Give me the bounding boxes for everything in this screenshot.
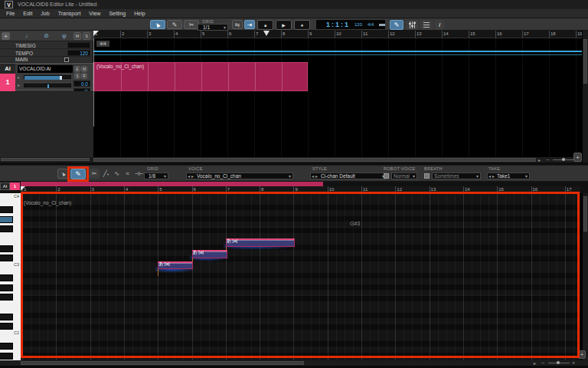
pr-vscroll[interactable] [582, 193, 588, 360]
zoom-slider-thumb[interactable] [562, 158, 565, 161]
piano-key-black[interactable] [0, 323, 13, 330]
piano-key-black[interactable] [0, 294, 13, 301]
next-arrow-icon[interactable]: ▸ [315, 173, 318, 179]
track-edit-button[interactable]: E [74, 66, 80, 72]
pr-pencil-tool-button[interactable]: ✎ [70, 169, 86, 179]
timeline-add-button[interactable]: + [573, 153, 582, 162]
breath-select[interactable]: Sometimes ▾ [432, 172, 481, 179]
pr-pointer-tool-button[interactable]: ▲ [57, 169, 68, 179]
main-checkbox[interactable] [64, 58, 69, 62]
scissors-tool-button[interactable]: ✂ [184, 20, 199, 29]
track-solo-button[interactable]: S [74, 73, 80, 79]
timeline-vscroll-thumb[interactable] [583, 39, 587, 84]
scroll-right-arrow-icon[interactable]: ▸ [534, 360, 536, 366]
timesig-value-box[interactable] [67, 42, 90, 48]
voice-select[interactable]: ◂▸ Vocalo_no_Ci_chan ▾ [186, 172, 293, 179]
timesig-tag[interactable]: 4/4 [96, 41, 109, 47]
pr-tab-badge[interactable]: AI [0, 182, 10, 190]
piano-key-black[interactable] [0, 225, 13, 232]
piano-key-black[interactable] [0, 274, 13, 281]
track-mute-button[interactable]: M [81, 66, 87, 72]
piano-key-black[interactable] [0, 255, 13, 261]
track-name-field[interactable]: VOCALOID:AI [18, 65, 73, 73]
metronome-icon[interactable]: ⊘ [44, 32, 49, 39]
record-button[interactable]: ● [294, 20, 310, 30]
piano-key-black[interactable] [0, 245, 13, 252]
take-select[interactable]: ◂▸ Take1 ▾ [487, 172, 530, 179]
piano-key-black[interactable] [0, 343, 13, 350]
editor-view-button[interactable]: ✎ [390, 20, 403, 30]
robot-voice-checkbox[interactable] [384, 173, 389, 179]
timeline-hscroll[interactable]: ▸ − + [93, 157, 582, 163]
pr-vscroll-thumb[interactable] [583, 196, 587, 232]
track-list-button[interactable] [420, 20, 433, 30]
loop-button[interactable]: ⇆ [232, 20, 243, 29]
menu-file[interactable]: File [6, 10, 15, 18]
prev-arrow-icon[interactable]: ◂ [488, 173, 491, 179]
pr-grid-select[interactable]: 1/8▾ [144, 172, 168, 179]
prev-arrow-icon[interactable]: ◂ [188, 173, 190, 179]
tuning-fork-icon[interactable]: ψ [62, 32, 67, 39]
playhead-flag[interactable] [93, 31, 99, 36]
track-row[interactable]: AI 1 VOCALOID:AI E M S R ▸ 0.0 ▸ C [0, 63, 93, 90]
follow-playhead-button[interactable]: ⇥ [244, 20, 255, 29]
piano-keyboard[interactable]: C4C3C2 [0, 193, 21, 360]
prev-arrow-icon[interactable]: ◂ [312, 173, 314, 179]
track-record-button[interactable]: R [81, 73, 87, 79]
end-marker[interactable] [263, 31, 270, 36]
volume-thumb[interactable] [60, 76, 62, 80]
mixer-button[interactable] [406, 20, 418, 30]
track-panel-hscroll[interactable] [0, 157, 93, 163]
piano-key-black[interactable] [0, 216, 13, 223]
note-grid[interactable]: (Vocalo_no_Ci_chan) G#3 あ [a]あ [a]あ [a] [21, 193, 580, 360]
pr-tab-number[interactable]: 1 [10, 182, 20, 190]
pr-zoom-in-icon[interactable]: + [572, 360, 575, 366]
add-track-button[interactable]: + [2, 32, 10, 40]
menu-job[interactable]: Job [41, 10, 49, 18]
pan-slider[interactable] [24, 84, 71, 87]
pr-add-button[interactable]: + [578, 350, 586, 359]
scroll-right-arrow-icon[interactable]: ▸ [538, 157, 541, 163]
pitch-wave-tool-button[interactable]: ∿ [112, 169, 122, 179]
pan-expand-arrow[interactable]: ▸ [18, 82, 20, 87]
pointer-tool-button[interactable]: ▲ [150, 20, 165, 29]
breath-checkbox[interactable] [424, 173, 430, 179]
menu-help[interactable]: Help [134, 10, 145, 18]
tempo-value[interactable]: 120 [67, 50, 90, 56]
tempo-curve-line[interactable] [93, 51, 582, 52]
pan-thumb[interactable] [47, 84, 49, 88]
volume-expand-arrow[interactable]: ▸ [18, 74, 20, 80]
piano-key-black[interactable] [0, 314, 13, 320]
next-arrow-icon[interactable]: ▸ [492, 173, 495, 179]
zoom-out-icon[interactable]: − [546, 157, 549, 163]
volume-value[interactable]: 0.0 [74, 80, 90, 87]
robot-voice-select[interactable]: Normal ▾ [391, 172, 417, 179]
track-panel-hscroll-thumb[interactable] [1, 158, 90, 161]
pitch-smooth-tool-button[interactable]: ≈ [122, 169, 132, 179]
pr-scissors-tool-button[interactable]: ✂ [89, 169, 100, 179]
menu-transport[interactable]: Transport [58, 10, 81, 18]
piano-key-black[interactable] [0, 353, 13, 360]
piano-key-black[interactable] [0, 284, 13, 291]
pitch-line-tool-button[interactable]: ╱+ [101, 169, 111, 179]
stop-button[interactable]: ■ [257, 20, 273, 30]
pr-hscroll[interactable]: ▸ − + [0, 360, 588, 366]
master-mute-button[interactable]: M [74, 32, 81, 40]
pencil-tool-button[interactable]: ✎ [167, 20, 182, 29]
info-button[interactable]: i [435, 20, 444, 30]
menu-edit[interactable]: Edit [23, 10, 32, 18]
timeline-hscroll-thumb[interactable] [93, 158, 536, 162]
master-solo-button[interactable]: S [83, 32, 90, 40]
pr-zoom-slider-thumb[interactable] [557, 361, 560, 364]
pr-ruler[interactable]: 1234567891011121314151617 [21, 186, 580, 193]
menu-setting[interactable]: Setting [109, 10, 126, 18]
note-length-tool-button[interactable]: ⊣⊢ [133, 169, 145, 179]
menu-view[interactable]: View [89, 10, 100, 18]
volume-slider[interactable] [24, 75, 71, 79]
pr-zoom-out-icon[interactable]: − [541, 360, 544, 366]
timeline[interactable]: 12345678910111213141516171819 4/4 (Vocal… [93, 31, 582, 163]
timeline-ruler[interactable]: 12345678910111213141516171819 [93, 31, 582, 38]
next-arrow-icon[interactable]: ▸ [191, 173, 194, 179]
pr-playhead-flag[interactable] [21, 186, 25, 191]
timeline-vscroll[interactable] [582, 31, 588, 163]
